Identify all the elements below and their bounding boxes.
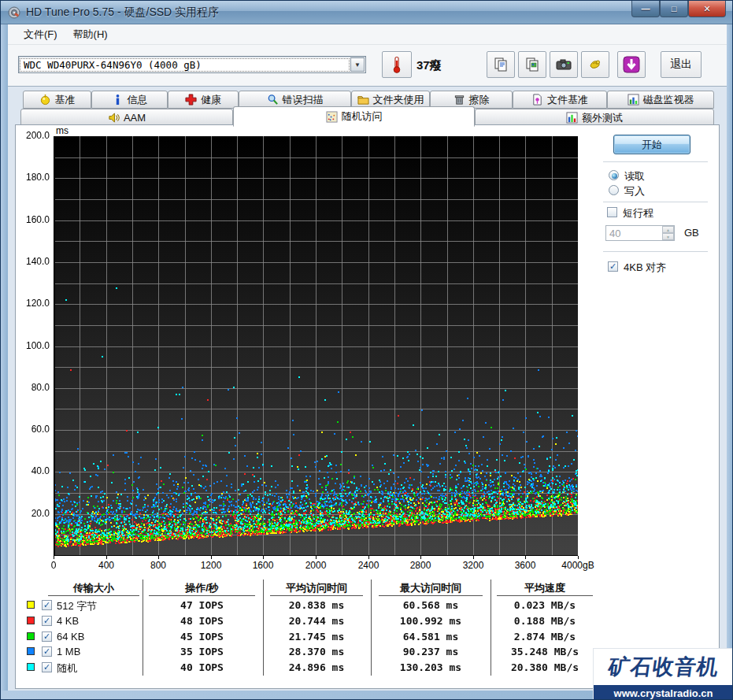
tab-label: 擦除	[469, 93, 490, 107]
x-axis-tick-label: 2400	[358, 560, 379, 571]
x-axis-tick-label: 1600	[253, 560, 274, 571]
tab-info[interactable]: 信息	[91, 91, 168, 109]
radio-read[interactable]	[609, 170, 619, 180]
speed-cell: 0.188 MB/s	[497, 615, 593, 627]
y-axis-tick-label: 120.0	[15, 298, 50, 309]
hand-button[interactable]	[581, 51, 609, 78]
series-checkbox[interactable]: ✓	[42, 631, 52, 642]
transfer-size-cell: 随机	[57, 661, 77, 676]
x-axis-tick	[316, 556, 317, 559]
spin-up-button[interactable]: ▲	[662, 226, 674, 233]
frame-right	[727, 24, 733, 700]
trash-icon	[453, 94, 465, 106]
max-cell: 100.992 ms	[379, 615, 483, 627]
menu-bar: 文件(F) 帮助(H)	[8, 24, 727, 45]
tab-label: 基准	[55, 93, 76, 107]
col-header-transfer-size: 传输大小	[48, 581, 139, 596]
capacity-input[interactable]: 40 ▲ ▼	[605, 225, 675, 241]
col-header-avg-access: 平均访问时间	[270, 581, 363, 596]
series-checkbox[interactable]: ✓	[42, 616, 52, 626]
benchmark-icon	[39, 94, 51, 106]
access-time-scatter-chart	[54, 136, 578, 556]
max-cell: 130.203 ms	[379, 661, 483, 673]
series-checkbox[interactable]: ✓	[42, 600, 52, 610]
short-stroke-checkbox[interactable]	[607, 207, 617, 217]
watermark-logo-text: 矿石收音机	[606, 653, 720, 681]
window-title: HD Tune Pro 5.75 - 硬盘/SSD 实用程序	[26, 6, 219, 20]
y-axis-unit: ms	[56, 125, 68, 136]
minimize-button[interactable]: —	[631, 1, 660, 17]
avg-cell: 20.838 ms	[270, 599, 363, 611]
y-axis-tick-label: 100.0	[15, 340, 50, 351]
tab-label: 额外测试	[582, 111, 623, 125]
align-4kb-checkbox[interactable]: ✓	[608, 261, 618, 272]
random-access-icon	[326, 111, 338, 123]
y-axis-tick-label: 140.0	[15, 256, 50, 267]
x-axis-tick-label: 400	[98, 560, 114, 571]
series-color-swatch	[27, 647, 35, 655]
y-axis-tick-label: 160.0	[15, 214, 50, 225]
menu-item-help[interactable]: 帮助(H)	[65, 25, 116, 44]
series-color-swatch	[27, 617, 35, 624]
start-button[interactable]: 开始	[613, 135, 690, 154]
camera-icon	[556, 58, 572, 71]
radio-write[interactable]	[609, 185, 619, 195]
tab-health[interactable]: 健康	[168, 91, 239, 109]
x-axis-tick	[263, 556, 264, 559]
avg-cell: 20.744 ms	[270, 615, 363, 627]
series-color-swatch	[27, 601, 35, 609]
max-cell: 64.581 ms	[379, 631, 483, 643]
speed-cell: 35.248 MB/s	[497, 646, 593, 657]
screenshot-button[interactable]	[550, 51, 578, 78]
tab-label: 随机访问	[342, 109, 383, 124]
x-axis-tick	[578, 556, 579, 559]
copy-text-button[interactable]	[487, 51, 515, 78]
column-separator	[491, 580, 491, 676]
file-benchmark-icon	[531, 94, 543, 106]
x-axis-tick	[158, 556, 159, 559]
col-header-iops: 操作/秒	[149, 581, 255, 596]
temperature-button[interactable]	[382, 51, 412, 78]
x-axis-tick	[473, 556, 474, 559]
x-axis-tick	[106, 556, 107, 559]
tab-benchmark[interactable]: 基准	[23, 91, 91, 109]
tab-disk-monitor[interactable]: 磁盘监视器	[607, 91, 714, 109]
x-axis-tick-label: 0	[51, 560, 57, 571]
spin-down-button[interactable]: ▼	[662, 233, 674, 240]
app-icon	[8, 6, 20, 19]
thermometer-icon	[391, 56, 403, 73]
copy-image-button[interactable]	[518, 51, 546, 78]
tab-label: 信息	[128, 93, 148, 107]
tab-label: 文件夹使用	[373, 93, 424, 107]
speed-cell: 2.874 MB/s	[497, 631, 593, 643]
frame-left	[1, 24, 8, 700]
series-color-swatch	[27, 632, 35, 640]
divider	[603, 202, 708, 202]
download-button[interactable]	[617, 51, 646, 78]
tab-file-benchmark[interactable]: 文件基准	[513, 91, 607, 109]
iops-cell: 35 IOPS	[149, 646, 255, 657]
disk-monitor-icon	[627, 94, 639, 106]
chevron-down-icon[interactable]: ▼	[350, 57, 365, 72]
maximize-button[interactable]: □	[660, 1, 688, 17]
title-bar[interactable]: HD Tune Pro 5.75 - 硬盘/SSD 实用程序 — □ ✕	[1, 1, 733, 24]
align-4kb-label: 4KB 对齐	[624, 261, 666, 275]
transfer-size-cell: 64 KB	[57, 631, 84, 643]
magnifier-icon	[267, 94, 279, 106]
iops-cell: 47 IOPS	[149, 599, 255, 611]
drive-select[interactable]: WDC WD40PURX-64N96Y0 (4000 gB) ▼	[18, 56, 366, 73]
series-color-swatch	[27, 663, 35, 671]
hand-icon	[587, 57, 603, 72]
x-axis-tick-label: 3600	[515, 560, 536, 571]
column-separator	[371, 580, 372, 676]
series-checkbox[interactable]: ✓	[42, 646, 52, 657]
close-button[interactable]: ✕	[688, 1, 726, 17]
col-header-max-access: 最大访问时间	[379, 581, 483, 596]
x-axis-tick-label: 2800	[410, 560, 431, 571]
menu-item-file[interactable]: 文件(F)	[16, 25, 65, 44]
watermark-url: www.crystalradio.cn	[594, 685, 733, 700]
series-checkbox[interactable]: ✓	[42, 662, 52, 672]
tab-random-access[interactable]: 随机访问	[233, 106, 475, 127]
exit-button[interactable]: 退出	[661, 51, 702, 78]
folder-icon	[357, 94, 369, 106]
